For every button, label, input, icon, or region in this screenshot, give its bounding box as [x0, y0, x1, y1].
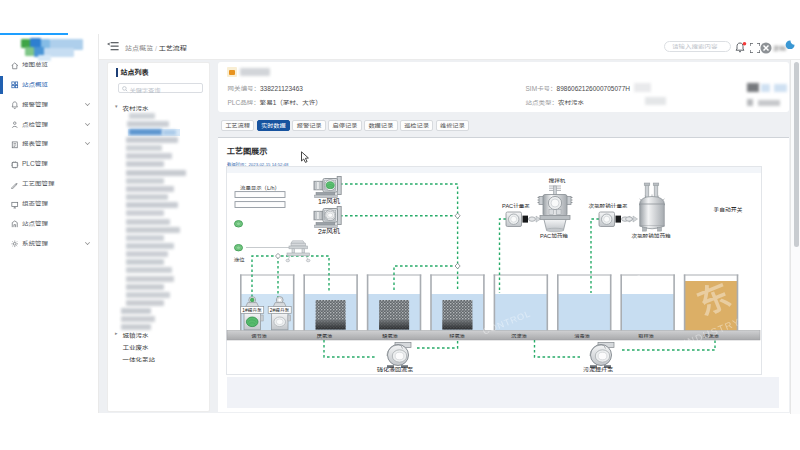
- svg-text:流量显示（L/h）: 流量显示（L/h）: [240, 185, 280, 191]
- svg-text:手自动开关: 手自动开关: [714, 207, 743, 213]
- svg-text:次氯酸钠计量泵: 次氯酸钠计量泵: [588, 203, 628, 209]
- svg-text:厌氧池: 厌氧池: [317, 333, 333, 339]
- svg-text:1#提升泵: 1#提升泵: [242, 308, 262, 313]
- svg-text:消毒池: 消毒池: [574, 333, 590, 339]
- svg-text:液位: 液位: [233, 257, 245, 263]
- svg-text:取样池: 取样池: [638, 333, 654, 339]
- svg-text:沉淀池: 沉淀池: [511, 333, 527, 339]
- svg-text:1#风机: 1#风机: [318, 198, 340, 205]
- svg-text:好氧池: 好氧池: [449, 333, 465, 339]
- svg-text:缺氧池: 缺氧池: [382, 333, 398, 339]
- svg-text:次氯酸钠加药箱: 次氯酸钠加药箱: [631, 233, 671, 239]
- svg-text:2#提升泵: 2#提升泵: [270, 308, 290, 313]
- svg-text:PAC加药箱: PAC加药箱: [540, 233, 568, 239]
- svg-text:硝化液回流泵: 硝化液回流泵: [377, 366, 413, 373]
- svg-text:污泥提升泵: 污泥提升泵: [583, 366, 613, 373]
- svg-text:2#风机: 2#风机: [318, 228, 340, 235]
- svg-text:搅拌机: 搅拌机: [549, 177, 566, 184]
- svg-text:调节池: 调节池: [251, 333, 267, 339]
- svg-text:PAC计量泵: PAC计量泵: [502, 203, 530, 209]
